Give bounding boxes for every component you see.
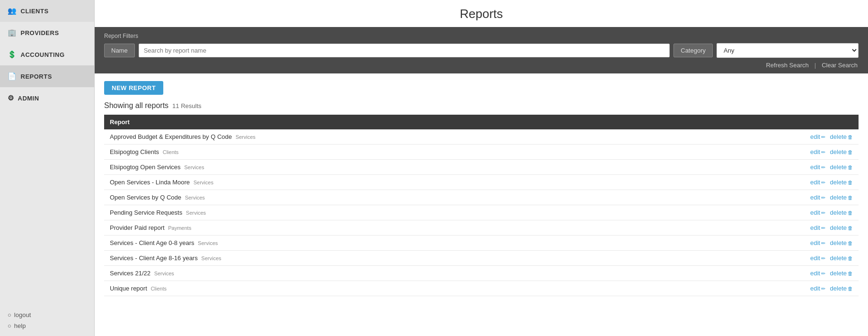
clear-search-link[interactable]: Clear Search bbox=[822, 62, 858, 69]
table-row: Pending Service Requests Services edit✏ … bbox=[104, 205, 859, 220]
help-link[interactable]: ○ help bbox=[8, 320, 87, 331]
edit-icon: ✏ bbox=[821, 271, 825, 276]
edit-link[interactable]: edit✏ bbox=[810, 179, 825, 186]
sidebar-item-admin[interactable]: ⚙ Admin bbox=[0, 87, 94, 109]
report-category: Services bbox=[185, 195, 205, 200]
new-report-button[interactable]: NEW REPORT bbox=[104, 81, 163, 95]
sidebar-item-label-clients: Clients bbox=[21, 8, 49, 15]
delete-link[interactable]: delete🗑 bbox=[830, 224, 853, 231]
report-name: Open Services - Linda Moore bbox=[110, 179, 190, 186]
edit-link[interactable]: edit✏ bbox=[810, 133, 825, 140]
delete-icon: 🗑 bbox=[848, 225, 853, 231]
edit-icon: ✏ bbox=[821, 180, 825, 185]
row-actions: edit✏ delete🗑 bbox=[665, 145, 859, 160]
delete-icon: 🗑 bbox=[848, 271, 853, 276]
sidebar-item-label-admin: Admin bbox=[18, 95, 39, 102]
row-actions: edit✏ delete🗑 bbox=[665, 236, 859, 251]
report-name-cell: Provider Paid report Payments bbox=[104, 220, 665, 236]
logout-label: logout bbox=[14, 311, 31, 318]
delete-link[interactable]: delete🗑 bbox=[830, 163, 853, 171]
sidebar-item-accounting[interactable]: 💲 Accounting bbox=[0, 44, 94, 65]
row-actions: edit✏ delete🗑 bbox=[665, 205, 859, 220]
delete-icon: 🗑 bbox=[848, 195, 853, 200]
table-row: Elsipogtog Open Services Services edit✏ … bbox=[104, 160, 859, 175]
help-icon: ○ bbox=[8, 322, 11, 329]
sidebar-item-clients[interactable]: 👥 Clients bbox=[0, 0, 94, 22]
table-header: Report bbox=[104, 115, 859, 129]
edit-link[interactable]: edit✏ bbox=[810, 239, 825, 246]
delete-link[interactable]: delete🗑 bbox=[830, 179, 853, 186]
table-row: Services - Client Age 8-16 years Service… bbox=[104, 251, 859, 266]
table-row: Open Services - Linda Moore Services edi… bbox=[104, 175, 859, 190]
report-category: Services bbox=[184, 164, 204, 170]
filter-row: Name Category Any Clients Services Payme… bbox=[104, 43, 859, 58]
table-row: Open Services by Q Code Services edit✏ d… bbox=[104, 190, 859, 205]
category-select[interactable]: Any Clients Services Payments bbox=[717, 43, 859, 58]
table-body: Approved Budget & Expenditures by Q Code… bbox=[104, 129, 859, 296]
edit-link[interactable]: edit✏ bbox=[810, 194, 825, 201]
refresh-search-link[interactable]: Refresh Search bbox=[766, 62, 808, 69]
row-actions: edit✏ delete🗑 bbox=[665, 160, 859, 175]
report-name: Elsipogtog Open Services bbox=[110, 163, 181, 171]
delete-link[interactable]: delete🗑 bbox=[830, 148, 853, 155]
report-name: Unique report bbox=[110, 285, 147, 292]
edit-icon: ✏ bbox=[821, 225, 825, 231]
edit-link[interactable]: edit✏ bbox=[810, 270, 825, 277]
accounting-icon: 💲 bbox=[8, 50, 17, 59]
logout-icon: ○ bbox=[8, 311, 11, 318]
page-title: Reports bbox=[95, 0, 868, 27]
logout-link[interactable]: ○ logout bbox=[8, 309, 87, 320]
delete-link[interactable]: delete🗑 bbox=[830, 194, 853, 201]
report-name-cell: Services 21/22 Services bbox=[104, 266, 665, 281]
report-name-cell: Elsipogtog Open Services Services bbox=[104, 160, 665, 175]
report-name: Pending Service Requests bbox=[110, 209, 182, 216]
report-name-cell: Unique report Clients bbox=[104, 281, 665, 296]
table-header-report: Report bbox=[104, 115, 665, 129]
showing-line: Showing all reports 11 Results bbox=[104, 101, 859, 110]
delete-link[interactable]: delete🗑 bbox=[830, 133, 853, 140]
search-input[interactable] bbox=[139, 44, 670, 57]
table-row: Services 21/22 Services edit✏ delete🗑 bbox=[104, 266, 859, 281]
delete-icon: 🗑 bbox=[848, 240, 853, 246]
row-actions: edit✏ delete🗑 bbox=[665, 266, 859, 281]
report-name: Approved Budget & Expenditures by Q Code bbox=[110, 133, 232, 140]
report-category: Clients bbox=[163, 149, 179, 155]
edit-icon: ✏ bbox=[821, 134, 825, 140]
edit-link[interactable]: edit✏ bbox=[810, 163, 825, 171]
delete-icon: 🗑 bbox=[848, 134, 853, 140]
clients-icon: 👥 bbox=[8, 7, 17, 15]
delete-link[interactable]: delete🗑 bbox=[830, 209, 853, 216]
report-name-cell: Pending Service Requests Services bbox=[104, 205, 665, 220]
report-category: Services bbox=[198, 240, 218, 246]
filter-label: Report Filters bbox=[104, 33, 859, 39]
sidebar-item-label-reports: Reports bbox=[21, 73, 52, 80]
edit-link[interactable]: edit✏ bbox=[810, 224, 825, 231]
delete-icon: 🗑 bbox=[848, 149, 853, 155]
table-row: Elsipogtog Clients Clients edit✏ delete🗑 bbox=[104, 145, 859, 160]
main-content: Reports Report Filters Name Category Any… bbox=[95, 0, 868, 336]
report-name: Services - Client Age 8-16 years bbox=[110, 254, 198, 262]
report-name: Services - Client Age 0-8 years bbox=[110, 239, 194, 246]
report-category: Services bbox=[236, 134, 256, 140]
edit-icon: ✏ bbox=[821, 210, 825, 216]
report-category: Payments bbox=[168, 225, 191, 231]
sidebar-item-reports[interactable]: 📄 Reports bbox=[0, 65, 94, 87]
edit-icon: ✏ bbox=[821, 255, 825, 261]
edit-icon: ✏ bbox=[821, 149, 825, 155]
delete-link[interactable]: delete🗑 bbox=[830, 285, 853, 292]
delete-link[interactable]: delete🗑 bbox=[830, 254, 853, 262]
delete-link[interactable]: delete🗑 bbox=[830, 270, 853, 277]
report-name: Services 21/22 bbox=[110, 270, 151, 277]
edit-link[interactable]: edit✏ bbox=[810, 209, 825, 216]
row-actions: edit✏ delete🗑 bbox=[665, 251, 859, 266]
sidebar-item-providers[interactable]: 🏢 Providers bbox=[0, 22, 94, 44]
delete-link[interactable]: delete🗑 bbox=[830, 239, 853, 246]
row-actions: edit✏ delete🗑 bbox=[665, 175, 859, 190]
report-name: Elsipogtog Clients bbox=[110, 148, 159, 155]
edit-link[interactable]: edit✏ bbox=[810, 148, 825, 155]
report-name: Provider Paid report bbox=[110, 224, 165, 231]
edit-icon: ✏ bbox=[821, 286, 825, 291]
edit-link[interactable]: edit✏ bbox=[810, 285, 825, 292]
edit-link[interactable]: edit✏ bbox=[810, 254, 825, 262]
delete-icon: 🗑 bbox=[848, 180, 853, 185]
